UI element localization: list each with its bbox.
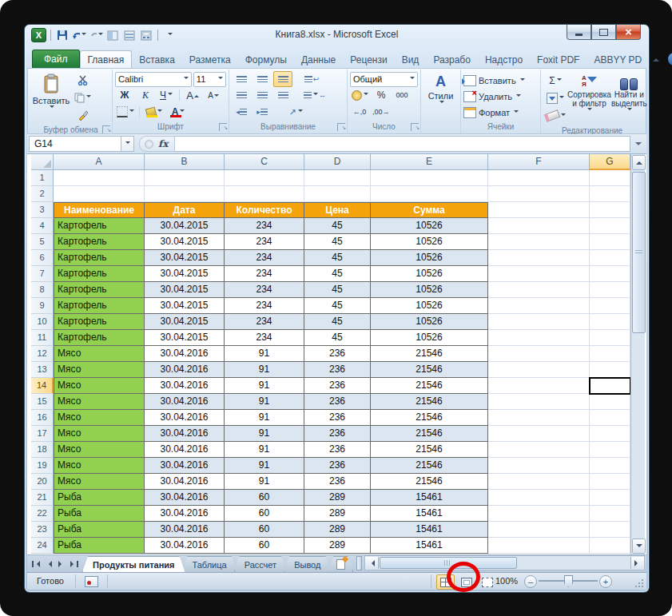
cell-G17[interactable] <box>590 426 630 442</box>
row-header-22[interactable]: 22 <box>31 506 54 522</box>
cell-F1[interactable] <box>488 170 590 186</box>
row-header-21[interactable]: 21 <box>31 490 54 506</box>
align-top-button[interactable] <box>232 71 251 87</box>
tab-Разрабо[interactable]: Разрабо <box>426 51 478 68</box>
cell-E24[interactable]: 15461 <box>371 538 488 554</box>
copy-button[interactable] <box>73 89 93 105</box>
cell-F21[interactable] <box>488 490 590 506</box>
cell-F5[interactable] <box>488 234 590 250</box>
comma-style-button[interactable]: 000 <box>392 87 412 103</box>
cell-E3[interactable]: Сумма <box>371 202 488 218</box>
cell-G24[interactable] <box>590 538 630 554</box>
cell-F15[interactable] <box>488 394 590 410</box>
row-header-20[interactable]: 20 <box>31 474 54 490</box>
cell-F7[interactable] <box>488 266 590 282</box>
cell-C10[interactable]: 234 <box>225 314 304 330</box>
horizontal-scrollbar-thumb[interactable] <box>380 557 517 569</box>
cell-A10[interactable]: Картофель <box>54 314 145 330</box>
cell-A17[interactable]: Мясо <box>54 426 145 442</box>
cell-F20[interactable] <box>488 474 590 490</box>
column-header-A[interactable]: A <box>54 154 145 170</box>
restore-button[interactable] <box>591 25 616 40</box>
underline-button[interactable]: Ч <box>157 87 176 103</box>
cell-B24[interactable]: 30.04.2016 <box>145 538 225 554</box>
row-header-15[interactable]: 15 <box>31 394 54 410</box>
row-header-4[interactable]: 4 <box>31 218 54 234</box>
cell-C18[interactable]: 91 <box>225 442 304 458</box>
horizontal-scrollbar[interactable] <box>364 555 645 570</box>
cell-E5[interactable]: 10526 <box>371 234 488 250</box>
format-painter-button[interactable] <box>73 107 93 123</box>
cell-G8[interactable] <box>590 282 630 298</box>
insert-worksheet-tab[interactable] <box>328 556 353 572</box>
row-header-24[interactable]: 24 <box>31 538 54 554</box>
cell-B13[interactable]: 30.04.2016 <box>145 362 225 378</box>
cell-A13[interactable]: Мясо <box>54 362 145 378</box>
decrease-indent-button[interactable]: ◂ <box>232 104 251 120</box>
tab-file[interactable]: Файл <box>32 50 80 68</box>
cell-D18[interactable]: 236 <box>304 442 371 458</box>
cell-A22[interactable]: Рыба <box>54 506 145 522</box>
cell-A5[interactable]: Картофель <box>54 234 145 250</box>
formula-input[interactable] <box>175 136 630 152</box>
format-cells-button[interactable]: Формат <box>463 105 538 120</box>
last-sheet-icon[interactable] <box>69 558 80 570</box>
italic-button[interactable]: К <box>136 87 155 103</box>
scroll-right-icon[interactable] <box>630 557 644 569</box>
cell-F2[interactable] <box>488 186 590 202</box>
cell-C7[interactable]: 234 <box>225 266 304 282</box>
cell-A24[interactable]: Рыба <box>54 538 145 554</box>
previous-sheet-icon[interactable] <box>43 558 54 570</box>
cell-C1[interactable] <box>225 170 304 186</box>
cell-G15[interactable] <box>590 394 630 410</box>
cell-D7[interactable]: 45 <box>304 266 371 282</box>
column-header-E[interactable]: E <box>371 154 488 170</box>
next-sheet-icon[interactable] <box>56 558 67 570</box>
cell-C6[interactable]: 234 <box>225 250 304 266</box>
cell-D3[interactable]: Цена <box>304 202 371 218</box>
cell-A19[interactable]: Мясо <box>54 458 145 474</box>
cell-G16[interactable] <box>590 410 630 426</box>
cell-G6[interactable] <box>590 250 630 266</box>
cell-F23[interactable] <box>488 522 590 538</box>
clear-button[interactable] <box>543 108 567 124</box>
cell-B6[interactable]: 30.04.2015 <box>145 250 225 266</box>
cell-D6[interactable]: 45 <box>304 250 371 266</box>
cell-C3[interactable]: Количество <box>225 202 304 218</box>
cell-G22[interactable] <box>590 506 630 522</box>
cell-B23[interactable]: 30.04.2016 <box>145 522 225 538</box>
row-header-7[interactable]: 7 <box>31 266 54 282</box>
first-sheet-icon[interactable] <box>30 558 42 570</box>
font-name-select[interactable]: Calibri <box>115 72 192 87</box>
accounting-format-button[interactable] <box>350 87 370 103</box>
cell-G21[interactable] <box>590 490 630 506</box>
cell-C2[interactable] <box>225 186 304 202</box>
cell-F14[interactable] <box>488 378 590 394</box>
cell-E6[interactable]: 10526 <box>371 250 488 266</box>
align-center-button[interactable] <box>252 87 272 103</box>
row-header-17[interactable]: 17 <box>31 426 54 442</box>
cell-D4[interactable]: 45 <box>304 218 371 234</box>
percent-style-button[interactable]: % <box>372 87 391 103</box>
cell-E12[interactable]: 21546 <box>371 346 488 362</box>
cell-A7[interactable]: Картофель <box>54 266 145 282</box>
cell-F6[interactable] <box>488 250 590 266</box>
tab-Foxit PDF[interactable]: Foxit PDF <box>530 51 587 68</box>
cell-D20[interactable]: 236 <box>304 474 371 490</box>
cell-F18[interactable] <box>488 442 590 458</box>
cell-A21[interactable]: Рыба <box>54 490 145 506</box>
macro-record-icon[interactable] <box>85 576 98 587</box>
cell-D2[interactable] <box>304 186 371 202</box>
cell-C19[interactable]: 91 <box>225 458 304 474</box>
cell-G2[interactable] <box>590 186 630 202</box>
styles-button[interactable]: А Стили <box>423 71 458 120</box>
cell-G3[interactable] <box>590 202 630 218</box>
cell-C20[interactable]: 91 <box>225 474 304 490</box>
font-dialog-launcher[interactable] <box>219 123 227 131</box>
cell-D5[interactable]: 45 <box>304 234 371 250</box>
cell-E18[interactable]: 21546 <box>371 442 488 458</box>
align-middle-button[interactable] <box>252 71 272 87</box>
cell-D24[interactable]: 289 <box>304 538 371 554</box>
cell-E22[interactable]: 15461 <box>371 506 488 522</box>
cell-E20[interactable]: 21546 <box>371 474 488 490</box>
